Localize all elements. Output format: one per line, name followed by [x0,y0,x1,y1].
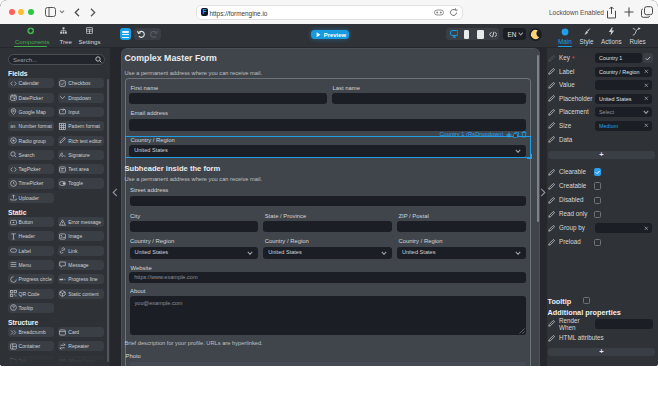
svg-text:as: as [10,123,16,129]
